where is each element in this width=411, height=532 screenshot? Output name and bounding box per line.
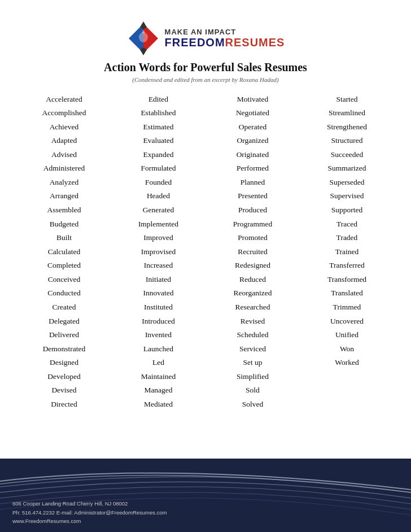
word-cell: Structured	[300, 134, 394, 148]
word-cell: Revised	[206, 314, 300, 328]
logo-freedom-text: FREEDOM	[165, 36, 225, 49]
word-cell: Set up	[206, 356, 300, 370]
word-cell: Succeeded	[300, 147, 394, 162]
word-cell: Uncovered	[300, 314, 394, 328]
word-cell: Supervised	[300, 189, 394, 203]
footer-line1: 606 Cooper Landing Road Cherry Hill, NJ …	[12, 499, 167, 508]
table-row: DirectedMediatedSolved	[17, 397, 394, 411]
word-cell: Planned	[206, 175, 300, 189]
logo-make-impact-text: MAKE AN IMPACT	[165, 28, 285, 36]
word-cell: Streamlined	[300, 106, 394, 120]
word-cell: Negotiated	[206, 106, 300, 120]
word-cell: Accomplished	[17, 106, 111, 120]
word-cell: Administered	[17, 162, 111, 176]
footer-line2: Ph: 516.474.2232 E-mail: Administrator@F…	[12, 508, 167, 517]
word-cell: Developed	[17, 369, 111, 383]
word-cell: Scheduled	[206, 328, 300, 342]
word-cell: Generated	[111, 203, 206, 217]
word-cell: Sold	[206, 383, 300, 398]
word-cell: Created	[17, 300, 111, 314]
word-cell: Programmed	[206, 217, 300, 231]
word-cell: Delivered	[17, 328, 111, 342]
word-cell: Calculated	[17, 245, 111, 259]
word-cell: Summarized	[300, 162, 394, 176]
word-cell	[300, 397, 394, 411]
table-row: AdaptedEvaluatedOrganizedStructured	[17, 134, 394, 148]
table-row: BudgetedImplementedProgrammedTraced	[17, 217, 394, 231]
word-cell: Organized	[206, 134, 300, 148]
word-cell: Worked	[300, 356, 394, 370]
table-row: ConceivedInitiatedReducedTransformed	[17, 272, 394, 286]
word-cell: Accelerated	[17, 92, 111, 106]
word-cell: Mediated	[111, 397, 206, 411]
table-row: AcceleratedEditedMotivatedStarted	[17, 92, 394, 106]
logo-diamond-icon	[126, 21, 160, 55]
word-cell: Won	[300, 342, 394, 356]
word-cell: Presented	[206, 189, 300, 203]
word-cell: Unified	[300, 328, 394, 342]
word-cell: Serviced	[206, 342, 300, 356]
table-row: AchievedEstimatedOperatedStrengthened	[17, 120, 394, 134]
table-row: BuiltImprovedPromotedTraded	[17, 231, 394, 245]
word-cell: Arranged	[17, 189, 111, 203]
word-cell: Conducted	[17, 286, 111, 300]
words-table: AcceleratedEditedMotivatedStartedAccompl…	[17, 92, 394, 411]
word-cell: Originated	[206, 147, 300, 162]
word-cell: Produced	[206, 203, 300, 217]
word-cell: Promoted	[206, 231, 300, 245]
logo-text: MAKE AN IMPACT FREEDOM RESUMES	[165, 28, 285, 49]
table-row: DesignedLedSet upWorked	[17, 356, 394, 370]
word-cell: Reorganized	[206, 286, 300, 300]
word-cell: Expanded	[111, 147, 206, 162]
word-cell: Conceived	[17, 272, 111, 286]
table-row: DelegatedIntroducedRevisedUncovered	[17, 314, 394, 328]
word-cell: Delegated	[17, 314, 111, 328]
table-row: DemonstratedLaunchedServicedWon	[17, 342, 394, 356]
word-cell: Solved	[206, 397, 300, 411]
table-row: ArrangedHeadedPresentedSupervised	[17, 189, 394, 203]
word-cell: Devised	[17, 383, 111, 398]
word-cell: Operated	[206, 120, 300, 134]
word-cell: Strengthened	[300, 120, 394, 134]
table-row: ConductedInnovatedReorganizedTranslated	[17, 286, 394, 300]
word-cell: Estimated	[111, 120, 206, 134]
content-area: MAKE AN IMPACT FREEDOM RESUMES Action Wo…	[0, 0, 411, 459]
table-row: AdvisedExpandedOriginatedSucceeded	[17, 147, 394, 162]
word-cell: Motivated	[206, 92, 300, 106]
table-row: DeliveredInventedScheduledUnified	[17, 328, 394, 342]
word-cell: Superseded	[300, 175, 394, 189]
word-cell: Improvised	[111, 245, 206, 259]
word-cell: Increased	[111, 259, 206, 273]
word-cell: Translated	[300, 286, 394, 300]
footer-line3: www.FreedomResumes.com	[12, 517, 167, 525]
word-cell: Introduced	[111, 314, 206, 328]
page-title: Action Words for Powerful Sales Resumes	[17, 61, 394, 74]
word-cell: Improved	[111, 231, 206, 245]
word-cell: Simplified	[206, 369, 300, 383]
word-cell: Implemented	[111, 217, 206, 231]
word-cell: Instituted	[111, 300, 206, 314]
table-row: DevelopedMaintainedSimplified	[17, 369, 394, 383]
word-cell: Reduced	[206, 272, 300, 286]
word-cell: Maintained	[111, 369, 206, 383]
word-cell: Invented	[111, 328, 206, 342]
table-row: CreatedInstitutedResearchedTrimmed	[17, 300, 394, 314]
table-row: CalculatedImprovisedRecruitedTrained	[17, 245, 394, 259]
header: MAKE AN IMPACT FREEDOM RESUMES	[17, 11, 394, 61]
word-cell: Formulated	[111, 162, 206, 176]
word-cell: Adapted	[17, 134, 111, 148]
word-cell: Started	[300, 92, 394, 106]
table-row: AnalyzedFoundedPlannedSuperseded	[17, 175, 394, 189]
word-cell: Established	[111, 106, 206, 120]
page-wrapper: MAKE AN IMPACT FREEDOM RESUMES Action Wo…	[0, 0, 411, 532]
word-cell: Built	[17, 231, 111, 245]
word-cell: Transferred	[300, 259, 394, 273]
word-cell: Trimmed	[300, 300, 394, 314]
word-cell: Supported	[300, 203, 394, 217]
word-cell: Headed	[111, 189, 206, 203]
footer: 606 Cooper Landing Road Cherry Hill, NJ …	[0, 459, 411, 532]
word-cell: Transformed	[300, 272, 394, 286]
logo-resumes-text: RESUMES	[225, 36, 285, 49]
word-cell: Traded	[300, 231, 394, 245]
word-cell: Achieved	[17, 120, 111, 134]
